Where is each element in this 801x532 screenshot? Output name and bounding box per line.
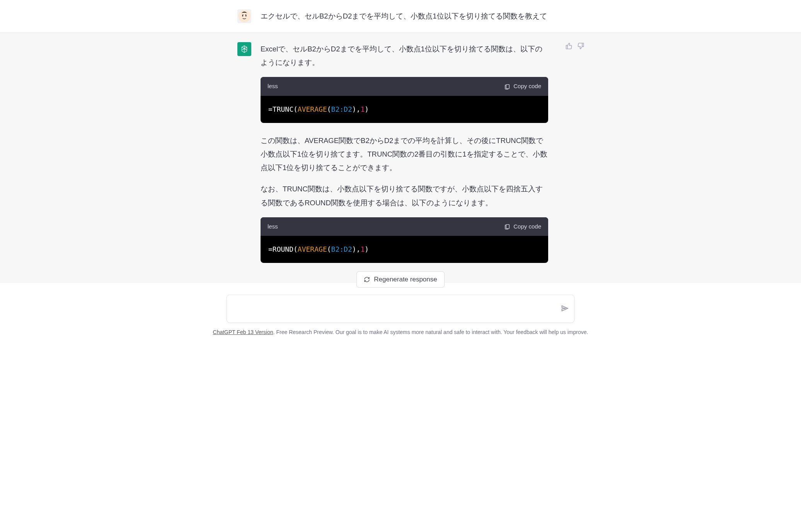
user-message-row: エクセルで、セルB2からD2までを平均して、小数点1位以下を切り捨てる関数を教え… xyxy=(0,0,801,33)
copy-code-label: Copy code xyxy=(513,81,541,92)
copy-code-button[interactable]: Copy code xyxy=(504,81,541,92)
refresh-icon xyxy=(364,276,370,283)
thumbs-up-icon xyxy=(565,42,573,50)
code-lang-label: less xyxy=(268,221,278,232)
code-lang-label: less xyxy=(268,81,278,92)
version-link[interactable]: ChatGPT Feb 13 Version xyxy=(213,329,273,335)
clipboard-icon xyxy=(504,223,510,230)
copy-code-label: Copy code xyxy=(513,221,541,232)
assistant-paragraph: Excelで、セルB2からD2までを平均して、小数点1位以下を切り捨てる関数は、… xyxy=(261,42,548,69)
code-body: =TRUNC(AVERAGE(B2:D2),1) xyxy=(261,96,548,123)
code-header: less Copy code xyxy=(261,217,548,236)
svg-rect-3 xyxy=(506,84,510,89)
svg-point-1 xyxy=(242,15,243,16)
assistant-paragraph: この関数は、AVERAGE関数でB2からD2までの平均を計算し、その後にTRUN… xyxy=(261,134,548,174)
thumbs-up-button[interactable] xyxy=(565,42,573,51)
code-block-round: less Copy code =ROUND(AVERAGE(B2:D2),1) xyxy=(261,217,548,263)
assistant-message-row: Excelで、セルB2からD2までを平均して、小数点1位以下を切り捨てる関数は、… xyxy=(0,33,801,283)
assistant-avatar xyxy=(237,42,251,56)
chat-input[interactable] xyxy=(234,301,554,315)
code-body: =ROUND(AVERAGE(B2:D2),1) xyxy=(261,236,548,263)
copy-code-button[interactable]: Copy code xyxy=(504,221,541,232)
user-avatar xyxy=(237,9,251,23)
thumbs-down-icon xyxy=(577,42,585,50)
regenerate-button[interactable]: Regenerate response xyxy=(356,271,445,288)
code-header: less Copy code xyxy=(261,77,548,96)
thumbs-down-button[interactable] xyxy=(577,42,585,51)
send-button[interactable] xyxy=(561,304,569,313)
regenerate-label: Regenerate response xyxy=(374,276,437,283)
send-icon xyxy=(561,304,569,312)
clipboard-icon xyxy=(504,84,510,90)
svg-point-2 xyxy=(245,15,247,16)
chat-input-container[interactable] xyxy=(227,295,574,323)
assistant-paragraph: なお、TRUNC関数は、小数点以下を切り捨てる関数ですが、小数点以下を四捨五入す… xyxy=(261,182,548,209)
svg-rect-4 xyxy=(506,225,510,229)
footer-text: ChatGPT Feb 13 Version. Free Research Pr… xyxy=(0,329,801,335)
assistant-message-body: Excelで、セルB2からD2までを平均して、小数点1位以下を切り捨てる関数は、… xyxy=(261,42,564,274)
code-block-trunc: less Copy code =TRUNC(AVERAGE(B2:D2),1) xyxy=(261,77,548,123)
feedback-actions xyxy=(565,42,585,51)
footer-rest: . Free Research Preview. Our goal is to … xyxy=(273,329,588,335)
user-message-text: エクセルで、セルB2からD2までを平均して、小数点1位以下を切り捨てる関数を教え… xyxy=(261,9,564,23)
